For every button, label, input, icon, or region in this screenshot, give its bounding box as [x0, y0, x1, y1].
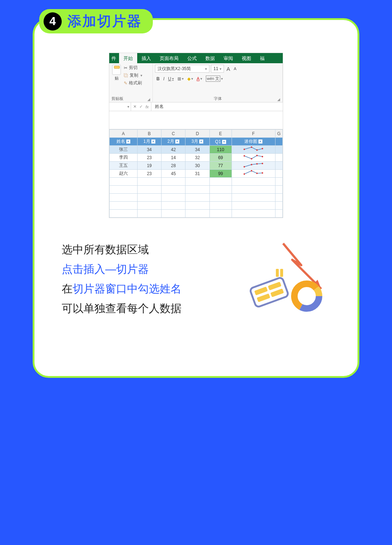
formula-bar-value[interactable]: 姓名 [151, 104, 164, 110]
chevron-down-icon: ▾ [127, 105, 129, 109]
q1-cell[interactable]: 110 [209, 146, 232, 154]
paste-label-partial: 贴 [115, 76, 119, 81]
filter-dropdown-icon[interactable]: ▾ [151, 140, 155, 144]
empty-cell[interactable] [275, 138, 282, 146]
ribbon-tab-partial-right[interactable]: 福 [256, 53, 265, 63]
q1-cell[interactable]: 69 [209, 154, 232, 162]
filter-dropdown-icon[interactable]: ▾ [126, 140, 130, 144]
ribbon-tab-partial-left[interactable]: 件 [110, 53, 119, 63]
sparkline-cell[interactable] [232, 154, 275, 162]
ribbon-tab-data[interactable]: 数据 [201, 53, 219, 63]
filter-dropdown-icon[interactable]: ▾ [258, 140, 262, 144]
cell[interactable]: 23 [137, 170, 161, 178]
expand-icon[interactable]: ◢ [147, 97, 150, 101]
ribbon-tab-insert[interactable]: 插入 [137, 53, 155, 63]
ribbon-tab-home[interactable]: 开始 [119, 53, 137, 63]
cell[interactable]: 31 [185, 170, 209, 178]
font-size-select[interactable]: 11▾ [211, 65, 224, 73]
instruction-line-4: 可以单独查看每个人数据 [62, 299, 243, 318]
header-cell[interactable]: Q1▾ [209, 138, 232, 146]
sparkline-cell[interactable] [232, 162, 275, 170]
cell[interactable]: 14 [162, 154, 185, 162]
cell[interactable]: 张三 [110, 146, 138, 154]
border-button[interactable]: ⊞▾ [177, 76, 184, 81]
svg-point-2 [256, 149, 258, 151]
cut-button[interactable]: 剪切 [124, 65, 142, 71]
cell[interactable]: 23 [137, 154, 161, 162]
font-color-button[interactable]: A▾ [197, 76, 202, 81]
col-letter[interactable]: D [185, 130, 209, 138]
empty-cell[interactable] [275, 170, 282, 178]
empty-cell[interactable] [275, 154, 282, 162]
cancel-icon[interactable]: ✕ [133, 104, 136, 109]
cell[interactable]: 42 [162, 146, 185, 154]
cell[interactable]: 赵六 [110, 170, 138, 178]
phonetic-button[interactable]: wén 文▾ [206, 76, 223, 82]
spreadsheet-grid[interactable]: A B C D E F G 姓名▾ 1月▾ 2月▾ 3月▾ Q1▾ 迷你图▾ [109, 129, 283, 218]
cell[interactable]: 30 [185, 162, 209, 170]
empty-cell[interactable] [275, 146, 282, 154]
cell[interactable]: 19 [137, 162, 161, 170]
decrease-font-button[interactable]: A [233, 66, 237, 71]
name-box[interactable]: ▾ [109, 102, 131, 111]
ribbon-tab-pagelayout[interactable]: 页面布局 [155, 53, 183, 63]
filter-dropdown-icon[interactable]: ▾ [199, 140, 203, 144]
table-row: 王五 19 28 30 77 [110, 162, 283, 170]
table-header-row: 姓名▾ 1月▾ 2月▾ 3月▾ Q1▾ 迷你图▾ [110, 138, 283, 146]
cell[interactable]: 28 [162, 162, 185, 170]
wen-icon: wén 文 [206, 76, 220, 82]
header-cell[interactable]: 2月▾ [162, 138, 185, 146]
col-letter[interactable]: F [232, 130, 275, 138]
col-letter[interactable]: A [110, 130, 138, 138]
font-name-select[interactable]: 汉仪旗黑X2-35简▾ [155, 65, 209, 73]
fill-color-button[interactable]: ◆▾ [187, 76, 193, 81]
col-letter[interactable]: B [137, 130, 161, 138]
filter-dropdown-icon[interactable]: ▾ [222, 140, 226, 144]
ribbon-tab-formulas[interactable]: 公式 [183, 53, 201, 63]
col-letter[interactable]: G [275, 130, 282, 138]
header-cell[interactable]: 迷你图▾ [232, 138, 275, 146]
step-badge: 4 添加切片器 [39, 9, 153, 33]
increase-font-button[interactable]: A [225, 66, 231, 72]
sparkline-cell[interactable] [232, 146, 275, 154]
header-cell[interactable]: 姓名▾ [110, 138, 138, 146]
expand-icon[interactable]: ◢ [277, 97, 280, 101]
table-row: 张三 34 42 34 110 [110, 146, 283, 154]
svg-point-5 [251, 158, 252, 160]
cell[interactable]: 34 [137, 146, 161, 154]
ribbon-tab-view[interactable]: 视图 [237, 53, 256, 63]
fx-button[interactable]: fx [146, 105, 149, 109]
header-cell[interactable]: 1月▾ [137, 138, 161, 146]
copy-button[interactable]: 复制▾ [124, 72, 142, 78]
empty-row [110, 178, 283, 186]
ribbon-tab-review[interactable]: 审阅 [219, 53, 237, 63]
paste-button[interactable]: 贴 [111, 65, 122, 95]
cell[interactable]: 王五 [110, 162, 138, 170]
ribbon-body: 贴 剪切 复制▾ 格式刷 剪贴板 ◢ 汉仪旗黑X2-35简▾ [109, 63, 283, 102]
header-cell[interactable]: 3月▾ [185, 138, 209, 146]
col-letter[interactable]: E [209, 130, 232, 138]
sheet-gap [109, 111, 283, 129]
underline-button[interactable]: U▾ [168, 76, 174, 81]
format-painter-button[interactable]: 格式刷 [124, 80, 142, 86]
sparkline-cell[interactable] [232, 170, 275, 178]
bold-button[interactable]: B [156, 76, 160, 81]
cell[interactable]: 34 [185, 146, 209, 154]
svg-point-9 [251, 164, 252, 165]
chevron-down-icon: ▾ [182, 77, 184, 81]
clipboard-group: 贴 剪切 复制▾ 格式刷 剪贴板 ◢ [109, 63, 153, 102]
cell[interactable]: 李四 [110, 154, 138, 162]
cell[interactable]: 45 [162, 170, 185, 178]
cell[interactable]: 32 [185, 154, 209, 162]
formula-bar: ▾ ✕ ✓ fx 姓名 [109, 102, 283, 111]
filter-dropdown-icon[interactable]: ▾ [175, 140, 179, 144]
italic-button[interactable]: I [163, 76, 164, 81]
q1-cell[interactable]: 77 [209, 162, 232, 170]
border-icon: ⊞ [177, 76, 181, 81]
confirm-icon[interactable]: ✓ [139, 104, 143, 109]
svg-point-0 [244, 149, 245, 150]
svg-point-15 [262, 172, 263, 174]
q1-cell[interactable]: 99 [209, 170, 232, 178]
empty-cell[interactable] [275, 162, 282, 170]
col-letter[interactable]: C [162, 130, 185, 138]
